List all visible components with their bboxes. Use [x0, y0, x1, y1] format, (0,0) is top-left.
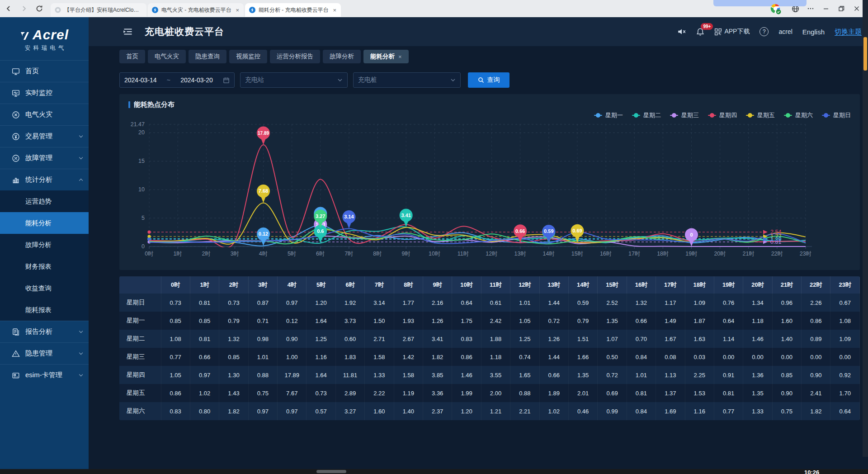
fault-icon [12, 154, 20, 162]
help-button[interactable]: ? [760, 27, 769, 36]
vertical-scrollbar-thumb[interactable] [863, 37, 867, 71]
tab-label: 运营分析报告 [277, 52, 313, 61]
language-switch[interactable]: English [802, 28, 825, 36]
svg-text:3时: 3时 [231, 251, 239, 257]
sidebar-item-statistics[interactable]: 统计分析 [0, 169, 89, 190]
window-minimize-button[interactable] [818, 2, 834, 15]
mute-button[interactable] [677, 28, 686, 36]
tab-electrical-fire[interactable]: 电气火灾 [148, 50, 186, 63]
legend-item-friday[interactable]: 星期五 [746, 111, 775, 119]
chrome-profile-icon [769, 3, 781, 14]
table-cell: 1.17 [656, 294, 685, 312]
tab-close-icon[interactable]: × [398, 53, 402, 60]
tab-hazard-query[interactable]: 隐患查询 [189, 50, 226, 63]
table-cell: 1.83 [335, 348, 364, 366]
sidebar-subitem-finance-report[interactable]: 财务报表 [0, 256, 89, 277]
legend-item-thursday[interactable]: 星期四 [708, 111, 737, 119]
sidebar-item-electrical-fire[interactable]: 电气火灾 [0, 104, 89, 125]
legend-item-sunday[interactable]: 星期日 [822, 111, 851, 119]
chevron-down-icon [79, 373, 83, 377]
sidebar-subitem-operation-trend[interactable]: 运营趋势 [0, 190, 89, 212]
table-cell: 0.99 [598, 402, 627, 420]
table-cell: 2.16 [423, 294, 452, 312]
table-row-label: 星期四 [119, 366, 161, 384]
table-cell: 0.84 [627, 348, 656, 366]
table-cell: 3.14 [365, 294, 394, 312]
table-header-cell: 5时 [307, 276, 335, 294]
tab-video-monitor[interactable]: 视频监控 [229, 50, 267, 63]
table-header-cell: 0时 [161, 276, 190, 294]
browser-refresh-button[interactable] [33, 2, 46, 15]
app-download-button[interactable]: APP下载 [714, 28, 750, 36]
table-cell: 0.97 [278, 402, 307, 420]
table-cell: 2.01 [568, 384, 597, 402]
legend-item-tuesday[interactable]: 星期二 [632, 111, 661, 119]
chevron-down-icon [450, 77, 456, 83]
date-range-input[interactable]: 2024-03-14 ~ 2024-03-20 [119, 72, 235, 88]
browser-forward-button[interactable] [17, 2, 31, 15]
sidebar-item-transaction[interactable]: 交易管理 [0, 125, 89, 147]
tab-close-icon[interactable]: × [235, 7, 240, 14]
legend-marker-icon [670, 113, 678, 118]
legend-label: 星期三 [681, 111, 699, 119]
table-cell: 1.77 [394, 294, 423, 312]
username[interactable]: acrel [778, 28, 792, 35]
notifications-button[interactable]: 99+ [696, 28, 704, 36]
table-cell: 0.86 [452, 348, 481, 366]
browser-tab-energy-analysis[interactable]: 能耗分析 - 充电桩收费云平台 × [245, 3, 341, 17]
sidebar-subitem-energy-report[interactable]: 能耗报表 [0, 299, 89, 321]
table-cell: 1.01 [510, 294, 539, 312]
table-cell: 1.25 [510, 330, 539, 348]
svg-text:13时: 13时 [514, 251, 526, 257]
station-select[interactable]: 充电站 [240, 72, 348, 88]
sidebar-subitem-energy-analysis[interactable]: 能耗分析 [0, 212, 89, 234]
table-cell: 1.26 [423, 312, 452, 330]
pile-select[interactable]: 充电桩 [353, 72, 461, 88]
table-cell: 1.82 [423, 348, 452, 366]
table-row-label: 星期三 [119, 348, 161, 366]
legend-item-monday[interactable]: 星期一 [594, 111, 623, 119]
table-cell: 0.98 [248, 330, 277, 348]
query-button[interactable]: 查询 [468, 72, 509, 88]
table-cell: 0.83 [452, 330, 481, 348]
theme-toggle-link[interactable]: 切换主题 [835, 28, 862, 36]
sidebar-item-realtime-monitor[interactable]: 实时监控 [0, 82, 89, 104]
browser-tab-electrical-fire[interactable]: 电气火灾 - 充电桩收费云平台 × [148, 3, 244, 17]
tab-home[interactable]: 首页 [119, 50, 145, 63]
browser-profile-button[interactable] [769, 3, 781, 14]
sidebar-item-fault[interactable]: 故障管理 [0, 147, 89, 169]
window-restore-button[interactable] [834, 2, 849, 15]
table-cell: 1.40 [394, 402, 423, 420]
tab-fault-analysis[interactable]: 故障分析 [323, 50, 361, 63]
sidebar-item-home[interactable]: 首页 [0, 60, 89, 82]
acrel-logo: Acrel 安科瑞电气 [0, 17, 89, 60]
sidebar-collapse-button[interactable] [123, 27, 133, 36]
table-cell: 0.91 [714, 366, 743, 384]
table-cell: 0.12 [278, 312, 307, 330]
browser-notification-pill[interactable] [713, 0, 807, 6]
vertical-scrollbar[interactable] [863, 0, 868, 457]
table-cell: 0.66 [190, 348, 219, 366]
window-close-button[interactable] [849, 2, 864, 15]
sidebar-subitem-fault-analysis[interactable]: 故障分析 [0, 234, 89, 256]
pile-select-placeholder: 充电桩 [358, 76, 377, 84]
tab-energy-analysis[interactable]: 能耗分析× [363, 50, 409, 63]
sidebar-subitem-revenue-query[interactable]: 收益查询 [0, 277, 89, 299]
table-cell: 0.90 [278, 330, 307, 348]
sidebar-item-hazard[interactable]: 隐患管理 [0, 342, 89, 364]
sidebar-item-esim[interactable]: esim-卡管理 [0, 364, 89, 386]
svg-text:10: 10 [138, 186, 145, 193]
tab-close-icon[interactable]: × [332, 7, 337, 14]
legend-item-saturday[interactable]: 星期六 [784, 111, 813, 119]
sidebar-item-report[interactable]: 报告分析 [0, 321, 89, 342]
legend-item-wednesday[interactable]: 星期三 [670, 111, 699, 119]
browser-tab-platform-intro[interactable]: 【平台介绍】安科瑞AcrelCloud-9 [51, 3, 146, 17]
browser-back-button[interactable] [2, 2, 15, 15]
tab-operation-report[interactable]: 运营分析报告 [270, 50, 320, 63]
table-cell: 0.88 [248, 366, 277, 384]
horizontal-scrollbar-thumb[interactable] [316, 470, 346, 473]
energy-hotspot-chart[interactable]: 0510152021.470时1时2时3时4时5时6时7时8时9时10时11时1… [128, 121, 851, 265]
horizontal-scrollbar[interactable]: 10:26 [0, 469, 868, 474]
svg-text:16时: 16时 [600, 251, 612, 257]
table-cell: 1.67 [656, 330, 685, 348]
